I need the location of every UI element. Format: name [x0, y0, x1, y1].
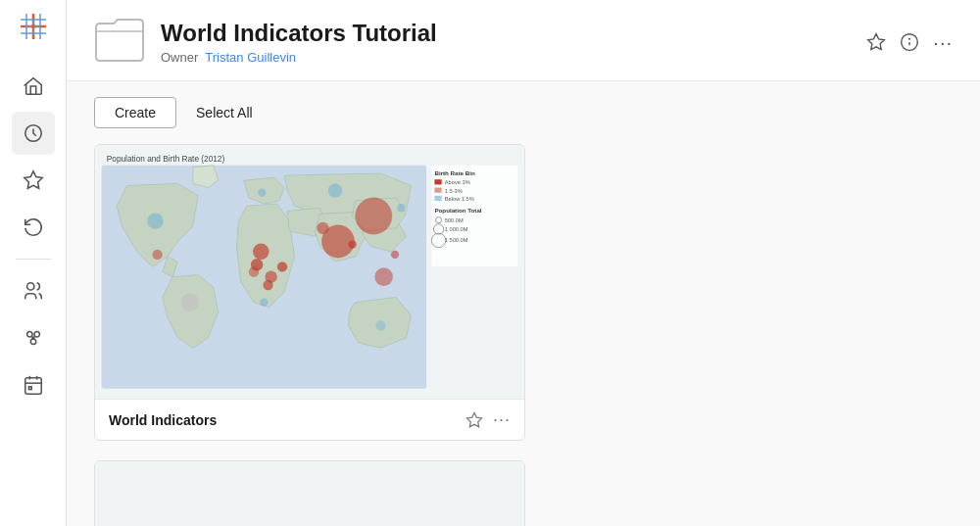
card-preview-extract[interactable]: Extract Last refresh May 10, 2019, 2:21 …: [95, 461, 524, 526]
svg-text:Population Total: Population Total: [434, 207, 481, 214]
toolbar: Create Select All: [67, 81, 980, 144]
svg-rect-32: [434, 188, 441, 193]
svg-point-46: [253, 243, 270, 260]
svg-point-53: [258, 189, 266, 197]
svg-text:Birth Rate Bin: Birth Rate Bin: [434, 169, 475, 176]
sidebar-item-home[interactable]: [12, 65, 55, 108]
owner-label: Owner: [161, 50, 198, 65]
card-world-indicators-extract: Extract Last refresh May 10, 2019, 2:21 …: [94, 460, 525, 526]
svg-text:Population and Birth Rate (201: Population and Birth Rate (2012): [107, 155, 225, 164]
sidebar-divider: [16, 259, 51, 260]
svg-point-60: [277, 262, 287, 271]
map-visualization: Population and Birth Rate (2012) Birth R…: [95, 145, 524, 399]
header-info: World Indicators Tutorial Owner Tristan …: [161, 20, 851, 66]
svg-point-61: [263, 280, 272, 290]
svg-text:Below 1.5%: Below 1.5%: [445, 196, 474, 202]
cards-area: Population and Birth Rate (2012) Birth R…: [67, 144, 980, 526]
svg-point-52: [328, 183, 343, 198]
star-icon[interactable]: [866, 32, 886, 52]
svg-point-44: [356, 198, 392, 234]
header-actions: ···: [866, 31, 953, 54]
svg-point-12: [26, 332, 31, 338]
sidebar-item-schedules[interactable]: [12, 363, 55, 406]
select-all-button[interactable]: Select All: [192, 98, 257, 127]
app-logo[interactable]: [19, 12, 48, 45]
svg-point-63: [375, 320, 385, 330]
card-world-indicators-viz: Population and Birth Rate (2012) Birth R…: [94, 144, 525, 441]
svg-text:500.0M: 500.0M: [445, 217, 464, 223]
svg-point-14: [30, 339, 36, 345]
card-more-icon[interactable]: ···: [493, 409, 511, 430]
sidebar-item-favorites[interactable]: [12, 159, 55, 202]
svg-point-59: [391, 251, 399, 259]
svg-rect-17: [24, 378, 41, 395]
sidebar: [0, 0, 67, 526]
card-star-icon[interactable]: [466, 411, 483, 429]
header-owner: Owner Tristan Guillevin: [161, 50, 851, 65]
svg-rect-30: [434, 179, 441, 184]
info-icon[interactable]: [900, 32, 919, 52]
svg-point-13: [33, 332, 38, 338]
main-content: World Indicators Tutorial Owner Tristan …: [67, 0, 980, 526]
svg-text:1 500.0M: 1 500.0M: [445, 237, 468, 243]
svg-point-4: [31, 24, 35, 28]
svg-rect-21: [28, 387, 31, 390]
folder-icon: [94, 18, 145, 67]
more-options-icon[interactable]: ···: [933, 31, 953, 54]
card-preview-viz[interactable]: Population and Birth Rate (2012) Birth R…: [95, 145, 524, 400]
svg-text:1.5-3%: 1.5-3%: [445, 188, 463, 194]
extract-content: Extract Last refresh May 10, 2019, 2:21 …: [209, 461, 412, 526]
card-footer-viz: World Indicators ···: [95, 400, 524, 440]
svg-point-51: [147, 213, 164, 229]
create-button[interactable]: Create: [94, 97, 176, 128]
svg-marker-22: [868, 34, 885, 50]
svg-text:1 000.0M: 1 000.0M: [445, 226, 468, 232]
svg-point-58: [152, 250, 162, 260]
page-header: World Indicators Tutorial Owner Tristan …: [67, 0, 980, 81]
svg-text:Above 3%: Above 3%: [445, 179, 470, 185]
card-title-viz: World Indicators: [109, 412, 217, 428]
svg-rect-34: [434, 196, 441, 201]
sidebar-item-history[interactable]: [12, 206, 55, 249]
sidebar-item-users[interactable]: [12, 269, 55, 312]
svg-point-57: [348, 240, 356, 248]
svg-point-62: [260, 298, 268, 306]
sidebar-item-recents[interactable]: [12, 112, 55, 155]
extract-db-icon: [275, 521, 344, 527]
card-footer-actions-viz: ···: [466, 409, 511, 430]
svg-marker-10: [24, 171, 41, 188]
svg-point-55: [317, 222, 328, 234]
svg-point-49: [374, 267, 393, 286]
svg-point-50: [180, 293, 199, 311]
page-title: World Indicators Tutorial: [161, 20, 851, 48]
svg-point-56: [251, 259, 263, 270]
svg-point-54: [397, 204, 405, 212]
svg-marker-64: [466, 412, 481, 426]
svg-point-11: [26, 283, 33, 290]
owner-name[interactable]: Tristan Guillevin: [205, 50, 296, 65]
sidebar-item-groups[interactable]: [12, 316, 55, 359]
